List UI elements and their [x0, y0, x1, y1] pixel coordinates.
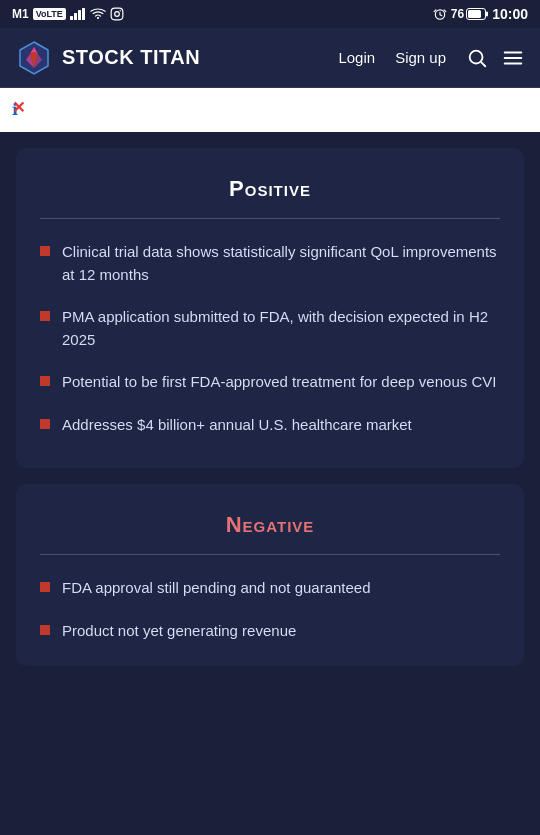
positive-bullet-2: PMA application submitted to FDA, with d…	[62, 306, 500, 351]
negative-title: Negative	[40, 512, 500, 538]
bullet-icon	[40, 376, 50, 386]
positive-title: Positive	[40, 176, 500, 202]
battery-percent: 76	[451, 7, 464, 21]
volte-badge: VoLTE	[33, 8, 66, 20]
positive-bullet-3: Potential to be first FDA-approved treat…	[62, 371, 496, 394]
negative-divider	[40, 554, 500, 555]
negative-bullet-1: FDA approval still pending and not guara…	[62, 577, 371, 600]
navbar: STOCK TITAN Login Sign up	[0, 28, 540, 88]
list-item: FDA approval still pending and not guara…	[40, 577, 500, 600]
svg-rect-3	[82, 8, 85, 20]
ad-banner: ℹ ✕	[0, 88, 540, 132]
list-item: Addresses $4 billion+ annual U.S. health…	[40, 414, 500, 437]
svg-rect-1	[74, 13, 77, 20]
instagram-icon	[110, 7, 124, 21]
negative-section: Negative FDA approval still pending and …	[16, 484, 524, 666]
signal-icon	[70, 8, 86, 20]
svg-rect-11	[486, 12, 488, 17]
logo-text: STOCK TITAN	[62, 46, 200, 69]
time-display: 10:00	[492, 6, 528, 22]
nav-icons	[466, 47, 524, 69]
login-link[interactable]: Login	[338, 49, 375, 66]
positive-bullet-list: Clinical trial data shows statistically …	[40, 241, 500, 436]
signup-link[interactable]: Sign up	[395, 49, 446, 66]
svg-point-4	[97, 17, 99, 19]
main-content: Positive Clinical trial data shows stati…	[0, 148, 540, 690]
positive-bullet-1: Clinical trial data shows statistically …	[62, 241, 500, 286]
svg-rect-10	[468, 10, 481, 18]
menu-icon	[502, 47, 524, 69]
negative-bullet-2: Product not yet generating revenue	[62, 620, 296, 643]
list-item: Clinical trial data shows statistically …	[40, 241, 500, 286]
logo-icon	[16, 40, 52, 76]
ad-banner-inner: ℹ	[12, 102, 528, 118]
positive-divider	[40, 218, 500, 219]
logo-area: STOCK TITAN	[16, 40, 326, 76]
menu-button[interactable]	[502, 47, 524, 69]
nav-links: Login Sign up	[338, 49, 446, 66]
bullet-icon	[40, 582, 50, 592]
ad-close-button[interactable]: ✕	[12, 98, 25, 117]
svg-rect-5	[111, 8, 123, 20]
battery-icon: 76	[451, 7, 488, 21]
negative-bullet-list: FDA approval still pending and not guara…	[40, 577, 500, 642]
status-bar: M1 VoLTE	[0, 0, 540, 28]
positive-section: Positive Clinical trial data shows stati…	[16, 148, 524, 468]
positive-bullet-4: Addresses $4 billion+ annual U.S. health…	[62, 414, 412, 437]
list-item: Product not yet generating revenue	[40, 620, 500, 643]
svg-rect-2	[78, 10, 81, 20]
bullet-icon	[40, 625, 50, 635]
wifi-icon	[90, 8, 106, 20]
bullet-icon	[40, 419, 50, 429]
svg-point-7	[119, 10, 120, 11]
search-button[interactable]	[466, 47, 488, 69]
status-right: 76 10:00	[433, 6, 528, 22]
svg-rect-0	[70, 16, 73, 20]
alarm-icon	[433, 7, 447, 21]
list-item: Potential to be first FDA-approved treat…	[40, 371, 500, 394]
search-icon	[466, 47, 488, 69]
bullet-icon	[40, 246, 50, 256]
svg-point-6	[115, 12, 120, 17]
carrier-info: M1 VoLTE	[12, 7, 124, 21]
list-item: PMA application submitted to FDA, with d…	[40, 306, 500, 351]
carrier-text: M1	[12, 7, 29, 21]
bullet-icon	[40, 311, 50, 321]
